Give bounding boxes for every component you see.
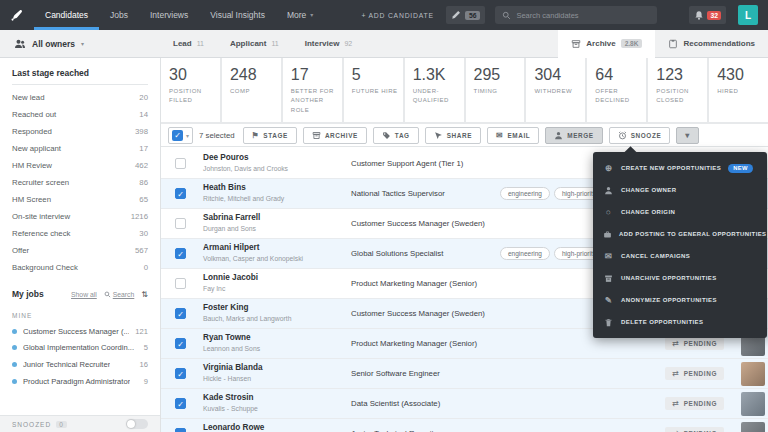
nav-jobs[interactable]: Jobs <box>99 0 139 30</box>
menu-delete-opportunities[interactable]: DELETE OPPORTUNITIES <box>593 311 767 333</box>
stage-reached-out[interactable]: Reached out14 <box>0 106 160 123</box>
stat-comp[interactable]: 248COMP <box>222 58 281 122</box>
email-button[interactable]: ✉EMAIL <box>487 127 539 144</box>
job-dot-icon <box>12 362 17 367</box>
stage-button[interactable]: ⚑STAGE <box>243 127 297 144</box>
row-checkbox[interactable]: ✓ <box>175 398 186 409</box>
stage-reference-check[interactable]: Reference check30 <box>0 225 160 242</box>
job-item[interactable]: Global Implementation Coordin...5 <box>0 340 160 357</box>
stage-background-check[interactable]: Background Check0 <box>0 259 160 276</box>
candidate-photo <box>741 422 765 432</box>
select-all-control[interactable]: ✓ ▾ <box>168 127 193 144</box>
bulk-actions-menu: ⊕ CREATE NEW OPPORTUNITIES NEW CHANGE OW… <box>593 152 767 338</box>
stat-position-filled[interactable]: 30POSITION FILLED <box>161 58 220 122</box>
envelope-icon: ✉ <box>603 252 614 261</box>
compose-button[interactable]: 56 <box>446 6 486 24</box>
stage-hm-screen[interactable]: HM Screen65 <box>0 191 160 208</box>
add-candidate-button[interactable]: + ADD CANDIDATE <box>361 12 434 19</box>
pencil-icon <box>451 10 461 20</box>
row-checkbox[interactable]: ✓ <box>175 368 186 379</box>
row-checkbox[interactable]: ✓ <box>175 428 186 432</box>
tag-button[interactable]: TAG <box>373 127 419 144</box>
job-item[interactable]: Junior Technical Recruiter16 <box>0 356 160 373</box>
row-checkbox[interactable] <box>175 158 186 169</box>
search-box[interactable] <box>495 6 657 24</box>
archive-count-badge: 2.8K <box>621 39 643 48</box>
job-item[interactable]: Product Paradigm Administrator9 <box>0 373 160 390</box>
compose-count-badge: 56 <box>465 11 481 20</box>
user-avatar[interactable]: L <box>738 5 758 25</box>
job-item[interactable]: Customer Success Manager (...121 <box>0 323 160 340</box>
person-icon <box>554 131 563 140</box>
stat-future-hire[interactable]: 5FUTURE HIRE <box>344 58 403 122</box>
lever-logo-icon[interactable] <box>0 0 34 30</box>
menu-anonymize-opportunities[interactable]: ✎ ANONYMIZE OPPORTUNITIES <box>593 289 767 311</box>
row-checkbox[interactable]: ✓ <box>175 338 186 349</box>
stat-offer-declined[interactable]: 64OFFER DECLINED <box>587 58 646 122</box>
nav-more[interactable]: More▾ <box>276 0 324 30</box>
row-checkbox[interactable]: ✓ <box>175 308 186 319</box>
nav-candidates[interactable]: Candidates <box>34 0 99 30</box>
row-checkbox[interactable] <box>175 278 186 289</box>
stat-position-closed[interactable]: 123POSITION CLOSED <box>648 58 707 122</box>
menu-add-posting[interactable]: ADD POSTING TO GENERAL OPPORTUNITIES <box>593 223 767 245</box>
stat-under-qualified[interactable]: 1.3KUNDER-QUALIFIED <box>405 58 464 122</box>
row-checkbox[interactable] <box>175 218 186 229</box>
stage-onsite-interview[interactable]: On-site interview1216 <box>0 208 160 225</box>
transfer-arrows-icon: ⇄ <box>672 399 679 408</box>
stat-hired[interactable]: 430HIRED <box>709 58 768 122</box>
tab-applicant[interactable]: Applicant11 <box>217 30 292 58</box>
stat-better-for-another-role[interactable]: 17BETTER FOR ANOTHER ROLE <box>283 58 342 122</box>
pipeline-bar: All owners ▾ Lead11 Applicant11 Intervie… <box>0 30 768 58</box>
stage-offer[interactable]: Offer567 <box>0 242 160 259</box>
select-all-checkbox[interactable]: ✓ <box>172 130 183 141</box>
jobs-search-link[interactable]: Search <box>104 291 135 298</box>
snoozed-toggle[interactable] <box>126 419 148 429</box>
tag-pill[interactable]: engineering <box>500 247 550 260</box>
stage-new-applicant[interactable]: New applicant17 <box>0 140 160 157</box>
plus-circle-icon: ⊕ <box>603 164 614 173</box>
selected-count: 7 selected <box>199 131 235 140</box>
more-actions-button[interactable]: ▾ <box>676 127 699 144</box>
archive-button[interactable]: ARCHIVE <box>303 127 367 144</box>
snooze-button[interactable]: SNOOZE <box>609 127 671 144</box>
pending-badge: ⇄PENDING <box>665 367 724 380</box>
tab-archive[interactable]: Archive 2.8K <box>558 30 655 58</box>
stages-title: Last stage reached <box>12 68 148 85</box>
owner-filter[interactable]: All owners ▾ <box>0 38 160 50</box>
row-checkbox[interactable]: ✓ <box>175 248 186 259</box>
stat-withdrew[interactable]: 304WITHDREW <box>526 58 585 122</box>
envelope-icon: ✉ <box>496 131 503 140</box>
tab-recommendations[interactable]: Recommendations <box>655 30 768 58</box>
notifications-button[interactable]: 32 <box>689 6 726 24</box>
search-input[interactable] <box>516 11 636 20</box>
tag-pill[interactable]: engineering <box>500 187 550 200</box>
sidebar: Last stage reached New lead20 Reached ou… <box>0 58 161 432</box>
row-checkbox[interactable]: ✓ <box>175 188 186 199</box>
stage-hm-review[interactable]: HM Review462 <box>0 157 160 174</box>
candidate-row[interactable]: ✓ Virginia BlandaHickle - Hansen Senior … <box>161 359 768 389</box>
new-badge: NEW <box>728 164 753 173</box>
merge-button[interactable]: MERGE <box>545 127 602 144</box>
share-button[interactable]: SHARE <box>425 127 481 144</box>
menu-unarchive-opportunities[interactable]: UNARCHIVE OPPORTUNITIES <box>593 267 767 289</box>
stage-responded[interactable]: Responded398 <box>0 123 160 140</box>
candidate-row[interactable]: ✓ Leonardo Rowe Junior Technical Recruit… <box>161 419 768 432</box>
stage-new-lead[interactable]: New lead20 <box>0 89 160 106</box>
menu-change-origin[interactable]: ○ CHANGE ORIGIN <box>593 201 767 223</box>
menu-change-owner[interactable]: CHANGE OWNER <box>593 179 767 201</box>
top-nav: Candidates Jobs Interviews Visual Insigh… <box>0 0 768 30</box>
menu-cancel-campaigns[interactable]: ✉ CANCEL CAMPAIGNS <box>593 245 767 267</box>
candidate-row[interactable]: ✓ Kade StrosinKuvalis - Schuppe Data Sci… <box>161 389 768 419</box>
stage-recruiter-screen[interactable]: Recruiter screen86 <box>0 174 160 191</box>
sort-icon[interactable]: ⇅ <box>141 290 148 299</box>
tab-interview[interactable]: Interview92 <box>292 30 365 58</box>
bell-icon <box>694 10 704 21</box>
nav-visual-insights[interactable]: Visual Insights <box>199 0 276 30</box>
tab-lead[interactable]: Lead11 <box>160 30 217 58</box>
menu-create-new-opportunities[interactable]: ⊕ CREATE NEW OPPORTUNITIES NEW <box>593 157 767 179</box>
nav-interviews[interactable]: Interviews <box>139 0 199 30</box>
show-all-link[interactable]: Show all <box>71 291 97 298</box>
stat-timing[interactable]: 295TIMING <box>466 58 525 122</box>
search-icon <box>104 291 111 298</box>
